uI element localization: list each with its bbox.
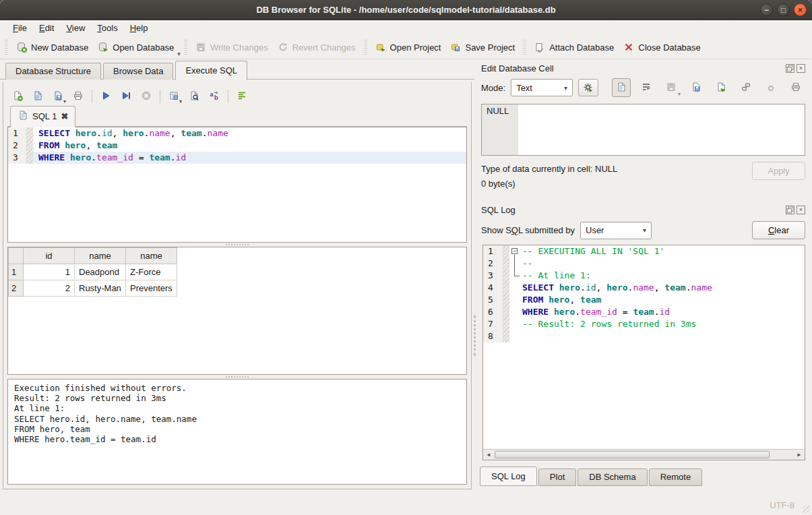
grid-cell[interactable]: Z-Force	[126, 264, 177, 280]
dropdown-caret-icon[interactable]: ▾	[63, 98, 66, 104]
open-in-external-button[interactable]	[712, 78, 730, 97]
resize-grip[interactable]	[803, 506, 811, 514]
edit-cell-title: Edit Database Cell	[481, 63, 554, 73]
find-replace-button[interactable]: ab	[206, 88, 223, 105]
log-code-line	[521, 330, 805, 342]
tab-database-structure[interactable]: Database Structure	[5, 63, 101, 80]
clear-log-button[interactable]: Clear	[752, 221, 805, 239]
tab-browse-data[interactable]: Browse Data	[103, 63, 173, 80]
attach-database-button[interactable]: Attach Database	[530, 38, 619, 56]
cell-null-label: NULL	[482, 104, 518, 155]
float-dock-icon[interactable]	[786, 206, 794, 214]
toolbar-grip	[5, 40, 8, 55]
menu-edit[interactable]: Edit	[33, 21, 60, 35]
table-row[interactable]: 11DeadpondZ-Force	[9, 264, 177, 280]
gutter-marker-strip	[503, 282, 509, 294]
bottom-tab-plot[interactable]: Plot	[538, 468, 576, 486]
chevron-down-icon: ▾	[643, 226, 646, 234]
scroll-right-icon[interactable]: ▶	[794, 452, 805, 458]
export-data-button[interactable]	[687, 78, 706, 97]
sql-log-view[interactable]: 1−-- EXECUTING ALL IN 'SQL 1'2--3-- At l…	[482, 245, 805, 460]
open-sql-tab-button[interactable]	[9, 88, 26, 105]
bottom-tab-sql-log[interactable]: SQL Log	[480, 466, 537, 486]
open-sql-file-button[interactable]	[29, 88, 46, 105]
open-project-icon	[375, 42, 386, 53]
apply-button[interactable]: Apply	[752, 162, 805, 180]
save-project-button[interactable]: Save Project	[445, 38, 520, 56]
row-header[interactable]: 1	[9, 264, 24, 280]
close-database-button[interactable]: Close Database	[619, 38, 706, 56]
execution-message-box: Execution finished without errors. Resul…	[7, 379, 467, 485]
menu-file[interactable]: File	[7, 21, 33, 35]
fold-collapse-icon[interactable]: −	[511, 248, 518, 254]
code-token	[549, 307, 554, 317]
column-header-id[interactable]: id	[24, 248, 75, 264]
splitter-handle[interactable]	[7, 243, 467, 247]
close-dock-icon[interactable]: ×	[797, 206, 805, 214]
toolbar-grip	[523, 40, 526, 55]
find-in-sql-button[interactable]	[185, 88, 203, 105]
grid-cell[interactable]: Rusty-Man	[75, 280, 126, 297]
bottom-tab-db-schema[interactable]: DB Schema	[577, 468, 647, 486]
float-dock-icon[interactable]	[786, 64, 794, 73]
format-sql-button[interactable]	[233, 88, 251, 105]
editor-line: 1SELECT hero.id, hero.name, team.name	[8, 127, 466, 140]
open-project-button[interactable]: Open Project	[371, 38, 446, 56]
tab-execute-sql[interactable]: Execute SQL	[175, 61, 247, 80]
column-header-name[interactable]: name	[126, 248, 177, 264]
row-header[interactable]: 2	[9, 280, 24, 297]
open-database-button[interactable]: Open Database	[93, 38, 179, 56]
grid-cell[interactable]: Preventers	[126, 280, 177, 297]
scroll-left-icon[interactable]: ◀	[483, 452, 494, 458]
new-database-label: New Database	[31, 42, 88, 53]
sql-file-tab-label: SQL 1	[32, 111, 57, 121]
bottom-tab-remote[interactable]: Remote	[649, 468, 703, 486]
splitter-handle[interactable]	[7, 375, 467, 379]
log-line-number: 7	[483, 318, 503, 330]
log-line-number: 6	[483, 306, 503, 318]
export-results-button[interactable]: ▾	[165, 88, 183, 105]
auto-switch-mode-button[interactable]	[578, 79, 598, 96]
menu-help[interactable]: Help	[124, 21, 154, 35]
print-cell-button[interactable]	[786, 78, 805, 97]
submitted-by-combobox[interactable]: User ▾	[580, 222, 652, 239]
sql-editor[interactable]: 1SELECT hero.id, hero.name, team.name2FR…	[7, 127, 467, 243]
bottom-dock-tab-bar: SQL LogPlotDB SchemaRemote	[474, 460, 812, 486]
save-sql-file-button[interactable]: ▾	[49, 88, 67, 105]
close-dock-icon[interactable]: ×	[797, 64, 805, 73]
print-sql-button[interactable]	[69, 88, 87, 105]
dropdown-caret-icon[interactable]: ▾	[678, 91, 681, 97]
copy-link-button[interactable]	[737, 78, 755, 97]
dropdown-caret-icon[interactable]: ▾	[179, 98, 182, 104]
mode-combobox[interactable]: Text ▾	[511, 79, 573, 96]
column-header-name[interactable]: name	[75, 248, 126, 264]
menu-view[interactable]: View	[60, 21, 91, 35]
new-database-button[interactable]: New Database	[11, 38, 93, 56]
code-token: =	[133, 152, 149, 162]
scrollbar-thumb[interactable]	[495, 451, 770, 458]
dropdown-caret-icon[interactable]: ▾	[177, 51, 181, 59]
word-wrap-button[interactable]	[637, 78, 656, 97]
log-line: 3-- At line 1:	[483, 270, 805, 282]
grid-corner-cell[interactable]	[9, 248, 24, 264]
minimize-window-icon[interactable]: −	[760, 3, 773, 16]
grid-cell[interactable]: 2	[24, 280, 75, 297]
code-token: team	[633, 307, 654, 317]
menu-tools[interactable]: Tools	[91, 21, 123, 35]
execute-current-line-button[interactable]	[117, 88, 135, 105]
code-token: ,	[86, 140, 96, 150]
text-mode-view-button[interactable]	[612, 78, 631, 97]
code-token: name	[691, 282, 712, 293]
grid-cell[interactable]: 1	[24, 264, 75, 280]
close-tab-icon[interactable]: ✖	[61, 111, 68, 121]
export-results-icon	[168, 90, 179, 103]
table-row[interactable]: 22Rusty-ManPreventers	[9, 280, 177, 297]
cell-value-editor[interactable]: NULL	[481, 104, 805, 156]
maximize-window-icon[interactable]: □	[777, 3, 790, 16]
sql-file-tab[interactable]: SQL 1 ✖	[10, 106, 75, 127]
execute-all-button[interactable]	[97, 88, 115, 105]
editor-line: 2FROM hero, team	[8, 140, 466, 152]
close-window-icon[interactable]: ×	[794, 3, 807, 16]
grid-cell[interactable]: Deadpond	[75, 264, 126, 280]
horizontal-scrollbar[interactable]: ◀ ▶	[483, 449, 805, 460]
